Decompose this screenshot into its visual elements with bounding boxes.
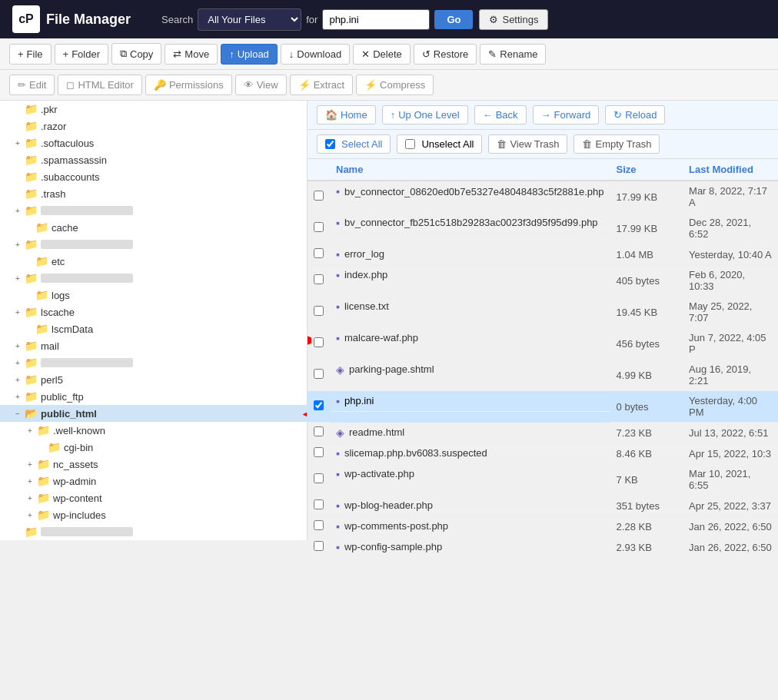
compress-button[interactable]: ⚡ Compress [356,75,434,95]
sidebar-item-redacted4[interactable]: + 📁 [0,354,307,371]
edit-button[interactable]: ✏ Edit [9,75,55,95]
sidebar-item-public-ftp[interactable]: + 📁 public_ftp [0,388,307,405]
select-all-button[interactable]: Select All [317,134,391,154]
row-checkbox[interactable] [314,447,324,457]
up-one-level-button[interactable]: ↑ Up One Level [382,105,468,124]
copy-button[interactable]: ⧉ Copy [111,43,161,65]
row-checkbox[interactable] [314,369,324,379]
file-name[interactable]: slicemap.php.bv6083.suspected [344,447,487,459]
permissions-button[interactable]: 🔑 Permissions [145,75,232,95]
file-name[interactable]: wp-config-sample.php [344,541,442,552]
table-row[interactable]: ▪malcare-waf.php456 bytesJun 7, 2022, 4:… [308,328,778,360]
sidebar-item-spamassassin[interactable]: 📁 .spamassassin [0,151,307,168]
row-checkbox[interactable] [314,306,324,316]
table-row[interactable]: ▪wp-comments-post.php2.28 KBJan 26, 2022… [308,516,778,537]
rename-button[interactable]: ✎ Rename [480,44,546,65]
file-name[interactable]: index.php [344,269,387,280]
sidebar-item-wp-includes[interactable]: + 📁 wp-includes [0,506,307,523]
file-name[interactable]: wp-activate.php [344,468,414,479]
delete-button[interactable]: ✕ Delete [353,44,411,65]
row-checkbox[interactable] [314,541,324,551]
sidebar-item-cache[interactable]: 📁 cache [0,219,307,236]
sidebar-item-perl5[interactable]: + 📁 perl5 [0,371,307,388]
sidebar-item-cgi-bin[interactable]: 📁 cgi-bin [0,439,307,456]
file-name[interactable]: parking-page.shtml [349,363,434,375]
search-input[interactable] [322,9,430,30]
file-name[interactable]: bv_connector_08620ed0b7e5327e48048483c5f… [344,186,604,197]
table-row[interactable]: ▪slicemap.php.bv6083.suspected8.46 KBApr… [308,443,778,464]
file-name[interactable]: readme.html [349,426,404,438]
row-checkbox[interactable] [314,191,324,201]
name-col-header[interactable]: Name [330,159,610,181]
row-checkbox[interactable] [314,473,324,483]
file-name[interactable]: malcare-waf.php [344,332,418,343]
go-button[interactable]: Go [434,10,473,29]
sidebar-item-subaccounts[interactable]: 📁 .subaccounts [0,168,307,185]
sidebar-item-redacted3[interactable]: + 📁 [0,270,307,287]
row-checkbox[interactable] [314,337,324,347]
extract-button[interactable]: ⚡ Extract [290,75,353,95]
sidebar-item-softaculous[interactable]: + 📁 .softaculous [0,134,307,151]
file-name[interactable]: wp-blog-header.php [344,499,433,511]
table-row[interactable]: ▪index.php405 bytesFeb 6, 2020, 10:33 [308,265,778,297]
table-row[interactable]: ▪wp-activate.php7 KBMar 10, 2021, 6:55 [308,464,778,496]
sidebar-item-wp-admin[interactable]: + 📁 wp-admin [0,473,307,489]
search-select[interactable]: All Your Files File Names Only [198,8,301,31]
back-button[interactable]: ← Back [474,105,527,124]
table-row[interactable]: ◈parking-page.shtml4.99 KBAug 16, 2019, … [308,360,778,391]
empty-trash-button[interactable]: 🗑 Empty Trash [574,134,660,154]
unselect-all-button[interactable]: Unselect All [397,134,482,154]
file-name[interactable]: bv_connector_fb251c518b29283ac0023f3d95f… [344,217,598,228]
sidebar-item-logs[interactable]: 📁 logs [0,287,307,304]
size-col-header[interactable]: Size [610,159,683,181]
reload-button[interactable]: ↻ Reload [605,105,665,124]
restore-button[interactable]: ↺ Restore [414,44,477,65]
sidebar-item-lscmdata[interactable]: 📁 lscmData [0,320,307,337]
table-row[interactable]: ▪license.txt19.45 KBMay 25, 2022, 7:07 [308,297,778,328]
select-all-checkbox[interactable] [325,139,335,149]
html-editor-button[interactable]: ◻ HTML Editor [58,75,141,95]
sidebar-item-nc-assets[interactable]: + 📁 nc_assets [0,456,307,473]
row-checkbox[interactable] [314,400,324,410]
row-checkbox[interactable] [314,222,324,232]
new-file-button[interactable]: + File [9,44,52,65]
settings-button[interactable]: ⚙ Settings [479,9,548,30]
row-checkbox[interactable] [314,248,324,258]
view-button[interactable]: 👁 View [235,75,287,95]
upload-button[interactable]: ↑ Upload [221,44,278,65]
row-checkbox[interactable] [314,520,324,530]
modified-col-header[interactable]: Last Modified [683,159,778,181]
table-row[interactable]: ▪bv_connector_fb251c518b29283ac0023f3d95… [308,213,778,244]
sidebar-item-lscache[interactable]: + 📁 lscache [0,304,307,320]
sidebar-item-razor[interactable]: 📁 .razor [0,118,307,134]
view-trash-button[interactable]: 🗑 View Trash [488,134,567,154]
sidebar-item-trash[interactable]: 📁 .trash [0,185,307,202]
download-button[interactable]: ↓ Download [281,44,350,65]
sidebar-item-wp-content[interactable]: + 📁 wp-content [0,489,307,506]
sidebar-item-well-known[interactable]: + 📁 .well-known [0,422,307,439]
row-checkbox[interactable] [314,499,324,509]
table-row[interactable]: ▪wp-config-sample.php2.93 KBJan 26, 2022… [308,537,778,558]
table-row[interactable]: ▪error_log1.04 MBYesterday, 10:40 A [308,244,778,265]
table-row[interactable]: ◈readme.html7.23 KBJul 13, 2022, 6:51 [308,423,778,443]
move-button[interactable]: ⇄ Move [165,44,218,65]
file-name[interactable]: php.ini [344,395,374,406]
unselect-all-checkbox[interactable] [405,139,415,149]
forward-button[interactable]: → Forward [533,105,600,124]
file-name[interactable]: license.txt [344,300,389,312]
sidebar-item-redacted2[interactable]: + 📁 [0,236,307,253]
file-name[interactable]: error_log [344,248,384,260]
table-row[interactable]: ▪wp-blog-header.php351 bytesApr 25, 2022… [308,496,778,516]
table-row[interactable]: ▪bv_connector_08620ed0b7e5327e48048483c5… [308,181,778,213]
row-checkbox[interactable] [314,274,324,284]
sidebar-item-redacted5[interactable]: 📁 [0,523,307,540]
new-folder-button[interactable]: + Folder [55,44,108,65]
sidebar-item-pkr[interactable]: 📁 .pkr [0,101,307,118]
sidebar-item-mail[interactable]: + 📁 mail [0,337,307,354]
row-checkbox[interactable] [314,426,324,436]
sidebar-item-redacted1[interactable]: + 📁 [0,202,307,219]
file-name[interactable]: wp-comments-post.php [344,520,448,532]
home-button[interactable]: 🏠 Home [317,105,376,124]
sidebar-item-etc[interactable]: 📁 etc [0,253,307,270]
table-row[interactable]: ▪php.ini0 bytesYesterday, 4:00 PM [308,391,778,423]
